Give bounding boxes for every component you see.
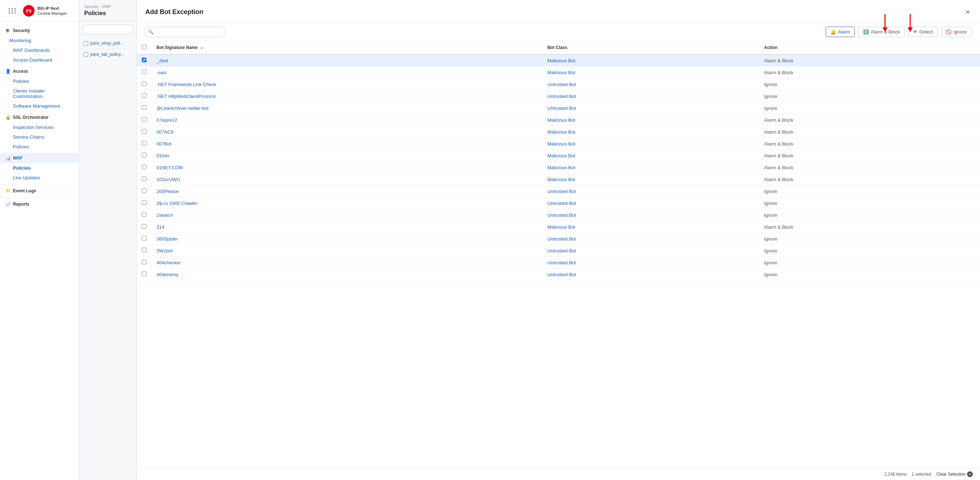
table-row[interactable]: @LinkArchiver twitter botUntrusted BotIg… [137, 102, 980, 114]
table-row[interactable]: 103scUWUMalicious BotAlarm & Block [137, 174, 980, 185]
policy-item-2[interactable]: juice_lab_policy... [79, 49, 136, 60]
sidebar-item-service-chains[interactable]: Service Chains [0, 132, 79, 142]
table-row[interactable]: 2searchUntrusted BotIgnore [137, 209, 980, 221]
action-cell: Ignore [759, 257, 980, 269]
sidebar-item-waf-policies[interactable]: Policies [0, 163, 79, 173]
bot-signature-name-cell: 0.9xpre12 [151, 114, 542, 126]
table-row[interactable]: _zbotMalicious BotAlarm & Block [137, 54, 980, 67]
action-cell: Alarm & Block [759, 162, 980, 174]
policy-checkbox-1[interactable] [83, 41, 88, 46]
bot-class-cell: Untrusted Bot [542, 257, 759, 269]
clear-selection-button[interactable]: Clear Selection ✕ [937, 471, 973, 477]
row-checkbox[interactable] [142, 177, 146, 181]
bot-class-cell: Untrusted Bot [542, 245, 759, 257]
sidebar-item-live-updates[interactable]: Live Updates [0, 173, 79, 183]
sidebar-security-section: ⛨ Security Monitoring WAF Dashboards Acc… [0, 22, 79, 213]
row-checkbox[interactable] [142, 129, 146, 134]
table-row[interactable]: .NET HttpWebClientProtocolUntrusted BotI… [137, 90, 980, 102]
grid-icon[interactable] [5, 4, 20, 17]
table-row[interactable]: 200PleaseUntrusted BotIgnore [137, 185, 980, 197]
main-content: Add Bot Exception × 🔍 [137, 0, 980, 480]
table-row[interactable]: 404enemyUntrusted BotIgnore [137, 269, 980, 281]
row-checkbox[interactable] [142, 212, 146, 217]
sidebar-item-monitoring[interactable]: Monitoring [0, 36, 79, 45]
close-button[interactable]: × [964, 6, 971, 18]
search-icon: 🔍 [148, 30, 154, 35]
bot-signature-name-cell: @LinkArchiver twitter bot [151, 102, 542, 114]
row-checkbox[interactable] [142, 57, 146, 62]
table-row[interactable]: 360SpiderUntrusted BotIgnore [137, 233, 980, 245]
row-checkbox[interactable] [142, 105, 146, 110]
table-row[interactable]: 007AC9Malicious BotAlarm & Block [137, 126, 980, 138]
sidebar-item-software-management[interactable]: Software Management [0, 101, 79, 111]
bot-signature-name-cell: 2ip.ru CMS Crawler [151, 197, 542, 209]
row-checkbox[interactable] [142, 248, 146, 252]
table-row[interactable]: 0.9xpre12Malicious BotAlarm & Block [137, 114, 980, 126]
person-icon: 👤 [5, 69, 11, 74]
ignore-button[interactable]: 🚫 Ignore [941, 27, 971, 37]
table-row[interactable]: 01h4xMalicious BotAlarm & Block [137, 150, 980, 162]
row-checkbox[interactable] [142, 141, 146, 145]
select-all-checkbox[interactable] [142, 45, 146, 49]
action-cell: Ignore [759, 102, 980, 114]
table-row[interactable]: .naslMalicious BotAlarm & Block [137, 67, 980, 78]
bot-signature-name-cell: 314 [151, 221, 542, 233]
ssl-section-title: 🔒 SSL Orchestrator [0, 112, 79, 123]
row-checkbox[interactable] [142, 224, 146, 229]
row-checkbox[interactable] [142, 117, 146, 122]
policy-item-1[interactable]: juice_shop_poli... [79, 38, 136, 49]
bot-class-cell: Untrusted Bot [542, 209, 759, 221]
row-checkbox[interactable] [142, 200, 146, 205]
bot-search-input[interactable] [145, 27, 224, 37]
policies-search-wrap [83, 25, 133, 34]
bot-signature-name-cell: .NET Framework Link Check [151, 78, 542, 90]
row-checkbox[interactable] [142, 236, 146, 241]
row-checkbox[interactable] [142, 188, 146, 193]
table-row[interactable]: 2ip.ru CMS CrawlerUntrusted BotIgnore [137, 197, 980, 209]
bot-signature-name-cell: 103scUWU [151, 174, 542, 185]
sidebar-item-waf-dashboards[interactable]: WAF Dashboards [0, 45, 79, 55]
row-checkbox[interactable] [142, 260, 146, 264]
bot-signature-name-cell: 200Please [151, 185, 542, 197]
sidebar-item-inspection-services[interactable]: Inspection Services [0, 123, 79, 132]
row-checkbox[interactable] [142, 164, 146, 169]
row-checkbox[interactable] [142, 153, 146, 157]
row-checkbox[interactable] [142, 271, 146, 276]
action-cell: Ignore [759, 185, 980, 197]
alarm-block-icon: ℹ️ [863, 29, 869, 35]
bot-class-cell: Untrusted Bot [542, 185, 759, 197]
table-row[interactable]: 404checkerUntrusted BotIgnore [137, 257, 980, 269]
table-row[interactable]: .NET Framework Link CheckUntrusted BotIg… [137, 78, 980, 90]
row-checkbox[interactable] [142, 81, 146, 86]
table-row[interactable]: 314Malicious BotAlarm & Block [137, 221, 980, 233]
folder-icon: 📁 [5, 188, 11, 194]
row-checkbox[interactable] [142, 93, 146, 98]
bot-signature-name-cell: 404checker [151, 257, 542, 269]
modal-toolbar: 🔍 🔔 Alarm [137, 23, 980, 41]
policy-checkbox-2[interactable] [83, 52, 88, 57]
bot-class-cell: Malicious Bot [542, 54, 759, 67]
bot-class-cell: Untrusted Bot [542, 102, 759, 114]
table-row[interactable]: 3W1botUntrusted BotIgnore [137, 245, 980, 257]
detect-button[interactable]: 👁 Detect [908, 27, 938, 37]
table-row[interactable]: 007BotMalicious BotAlarm & Block [137, 138, 980, 150]
sidebar-item-ssl-policies[interactable]: Policies [0, 142, 79, 151]
table-row[interactable]: 01NET.COMMalicious BotAlarm & Block [137, 162, 980, 174]
modal-header: Add Bot Exception × [137, 0, 980, 23]
policies-search-input[interactable] [83, 25, 133, 34]
bot-class-cell: Malicious Bot [542, 114, 759, 126]
alarm-button[interactable]: 🔔 Alarm [826, 27, 855, 37]
action-cell: Alarm & Block [759, 138, 980, 150]
col-bot-signature-name: Bot Signature Name ⬥ [151, 41, 542, 54]
sidebar-item-policies[interactable]: Policies [0, 77, 79, 86]
row-checkbox[interactable] [142, 70, 146, 74]
bot-class-cell: Malicious Bot [542, 67, 759, 78]
access-section-title: 👤 Access [0, 66, 79, 77]
middle-column: Security › WAF Policies juice_shop_poli.… [79, 0, 137, 480]
sidebar-item-clients-installer[interactable]: Clients Installer Customization [0, 86, 79, 101]
event-logs-title: 📁 Event Logs [0, 186, 79, 196]
action-cell: Alarm & Block [759, 126, 980, 138]
breadcrumb: Security › WAF [84, 4, 131, 9]
sidebar-item-access-dashboard[interactable]: Access Dashboard [0, 55, 79, 65]
alarm-block-button[interactable]: ℹ️ Alarm & Block [858, 27, 905, 37]
